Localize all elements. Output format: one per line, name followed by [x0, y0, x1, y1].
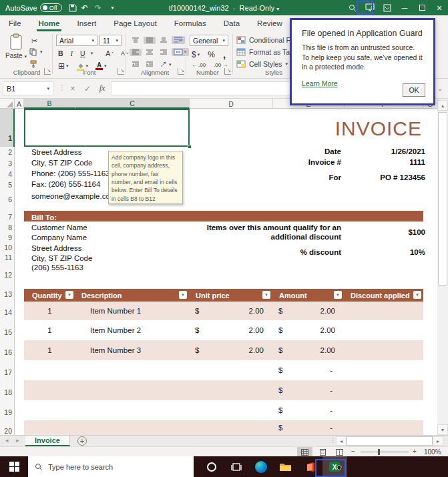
cell-styles-button[interactable]: Cell Styles▾: [236, 60, 288, 68]
task-view-icon[interactable]: [224, 456, 248, 477]
table-row[interactable]: 1 Item Number 2 $ 2.00 $ 2.00: [24, 320, 423, 340]
scroll-left-icon[interactable]: ◂: [336, 436, 347, 446]
filter-quantity-icon[interactable]: ▾: [65, 291, 73, 299]
close-button[interactable]: ×: [431, 0, 448, 15]
zoom-slider-thumb[interactable]: [378, 449, 380, 455]
number-format-select[interactable]: General▾: [190, 35, 228, 46]
vertical-scrollbar[interactable]: ▴ ▾: [437, 99, 448, 435]
alignment-dialog-launcher[interactable]: ↘: [178, 68, 184, 75]
zoom-level[interactable]: 100%: [424, 448, 441, 456]
row-header[interactable]: 17: [4, 368, 12, 376]
italic-button[interactable]: I: [69, 49, 75, 58]
company-city[interactable]: City, ST ZIP Code: [31, 159, 92, 167]
maximize-button[interactable]: [413, 0, 431, 15]
font-size-select[interactable]: 11▾: [99, 35, 122, 46]
row-header[interactable]: 9: [8, 233, 12, 242]
row-header[interactable]: 2: [8, 147, 12, 156]
bill-to-label[interactable]: Bill To:: [31, 212, 57, 223]
ribbon-display-options-icon[interactable]: [379, 0, 396, 15]
accounting-format-button[interactable]: $▾: [190, 49, 202, 60]
table-row[interactable]: $ -: [24, 380, 423, 400]
table-row[interactable]: $ -: [24, 420, 423, 435]
col-description[interactable]: Description: [75, 289, 190, 302]
font-dialog-launcher[interactable]: ↘: [118, 68, 124, 75]
tab-insert[interactable]: Insert: [68, 17, 105, 31]
align-bottom-icon[interactable]: [158, 37, 170, 44]
row-header[interactable]: 6: [8, 195, 12, 203]
formula-bar-expand-icon[interactable]: ⌄: [434, 81, 446, 97]
insert-function-icon[interactable]: fx: [95, 81, 109, 95]
save-icon[interactable]: [66, 1, 79, 14]
filter-unit-price-icon[interactable]: ▾: [262, 291, 270, 299]
billto-city[interactable]: City, ST ZIP Code: [31, 254, 92, 262]
underline-button[interactable]: U: [78, 49, 87, 58]
taskbar-excel-icon[interactable]: X: [322, 456, 347, 477]
col-unit-price[interactable]: Unit price: [190, 289, 273, 302]
scroll-up-icon[interactable]: ▴: [437, 100, 448, 111]
row-header[interactable]: 12: [4, 270, 12, 279]
orientation-icon[interactable]: ▾: [158, 60, 174, 69]
align-middle-icon[interactable]: [144, 37, 156, 44]
row-header[interactable]: 5: [8, 180, 12, 189]
decrease-indent-icon[interactable]: [130, 61, 142, 68]
col-discount-applied[interactable]: Discount applied: [345, 289, 423, 302]
increase-decimal-button[interactable]: ←.00: [190, 61, 208, 69]
discount-label[interactable]: % discount: [254, 248, 341, 256]
row-header[interactable]: 19: [4, 408, 12, 416]
tab-page-layout[interactable]: Page Layout: [105, 17, 166, 31]
date-label[interactable]: Date: [254, 147, 341, 155]
row-header[interactable]: 20: [4, 426, 12, 435]
tab-review[interactable]: Review: [248, 17, 291, 31]
page-break-view-icon[interactable]: [332, 447, 347, 457]
number-dialog-launcher[interactable]: ↘: [224, 68, 231, 75]
normal-view-icon[interactable]: [297, 447, 312, 457]
shrink-font-button[interactable]: A˅: [119, 49, 131, 57]
tab-file[interactable]: File: [0, 17, 30, 31]
edge-icon[interactable]: [248, 456, 273, 477]
tab-data[interactable]: Data: [215, 17, 248, 31]
row-header[interactable]: 7: [8, 212, 12, 221]
invoice-number-label[interactable]: Invoice #: [254, 158, 341, 166]
redo-icon[interactable]: ↷▾: [93, 1, 106, 14]
zoom-slider-track[interactable]: [361, 452, 409, 452]
company-email[interactable]: someone@example.com: [31, 192, 116, 200]
search-icon[interactable]: [344, 0, 361, 15]
minimize-button[interactable]: ─: [396, 0, 413, 15]
threshold-label[interactable]: Items over this amount qualify for an ad…: [186, 223, 341, 242]
tab-home[interactable]: Home: [30, 17, 69, 31]
table-row[interactable]: 1 Item Number 1 $ 2.00 $ 2.00: [24, 302, 423, 320]
billto-phone[interactable]: (206) 555-1163: [31, 264, 83, 272]
row-header[interactable]: 3: [8, 159, 12, 167]
company-phone[interactable]: Phone: (206) 555-1163: [31, 169, 109, 177]
invoice-number-value[interactable]: 1111: [347, 158, 425, 166]
billto-customer[interactable]: Customer Name: [31, 223, 87, 231]
percent-style-button[interactable]: %: [206, 49, 217, 60]
paste-button[interactable]: Paste ▾: [5, 33, 27, 59]
row-header[interactable]: 14: [4, 308, 12, 316]
copy-button[interactable]: ▾: [29, 48, 43, 56]
sheet-tab-invoice[interactable]: Invoice: [25, 436, 70, 446]
cancel-entry-icon[interactable]: ×: [65, 81, 80, 95]
filter-amount-icon[interactable]: ▾: [334, 291, 342, 299]
scroll-down-icon[interactable]: ▾: [437, 424, 448, 435]
col-header-a[interactable]: A: [15, 99, 24, 109]
tab-formulas[interactable]: Formulas: [166, 17, 215, 31]
name-box[interactable]: B1▾: [3, 81, 53, 95]
wrap-text-icon[interactable]: [172, 36, 185, 44]
undo-icon[interactable]: ↶▾: [79, 1, 93, 14]
sheet-grid[interactable]: Street Address City, ST ZIP Code Phone: …: [15, 109, 437, 435]
row-header[interactable]: 8: [8, 223, 12, 231]
row-header[interactable]: 18: [4, 388, 12, 396]
bold-button[interactable]: B: [56, 49, 65, 58]
start-button[interactable]: [0, 456, 28, 477]
row-header[interactable]: 16: [4, 348, 12, 356]
sheet-nav-left-icon[interactable]: ◂: [5, 437, 9, 444]
file-explorer-icon[interactable]: [273, 456, 298, 477]
scroll-right-icon[interactable]: ▸: [433, 436, 443, 446]
horizontal-scrollbar-thumb[interactable]: [347, 436, 433, 446]
zoom-out-icon[interactable]: −: [351, 448, 355, 455]
company-fax[interactable]: Fax: (206) 555-1164: [31, 180, 100, 188]
discount-value[interactable]: 10%: [347, 248, 425, 256]
format-painter-icon[interactable]: [29, 60, 37, 68]
billto-street[interactable]: Street Address: [31, 244, 81, 252]
